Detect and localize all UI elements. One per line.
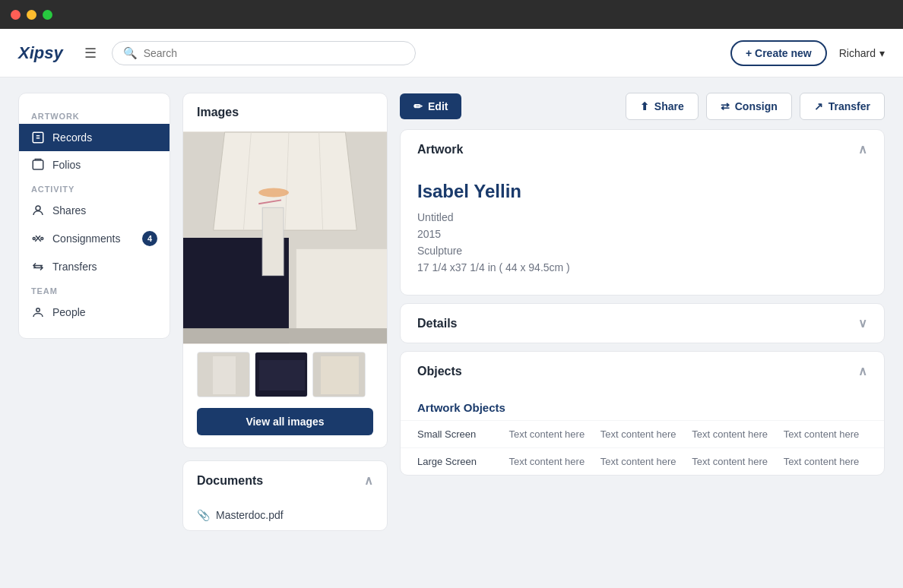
folios-label: Folios — [52, 159, 81, 171]
edit-icon: ✏ — [413, 100, 423, 112]
sidebar-item-shares[interactable]: Shares — [19, 197, 170, 224]
svg-point-5 — [33, 238, 35, 240]
document-filename: Masterdoc.pdf — [216, 509, 284, 521]
svg-rect-22 — [259, 360, 305, 390]
row1-label: Small Screen — [417, 428, 501, 440]
attachment-icon: 📎 — [197, 509, 210, 521]
images-title: Images — [197, 106, 239, 119]
objects-chevron-icon: ∧ — [858, 364, 867, 378]
nav-right: + Create new Richard ▾ — [730, 40, 885, 66]
action-bar: ✏ Edit ⬆ Share ⇄ Consign ↗ Transfer — [400, 93, 885, 120]
table-row: Large Screen Text content here Text cont… — [401, 447, 884, 475]
shares-icon — [31, 204, 45, 217]
user-chevron-icon: ▾ — [879, 47, 885, 59]
objects-table: Small Screen Text content here Text cont… — [401, 420, 884, 475]
minimize-window-button[interactable] — [27, 10, 36, 20]
thumbnail-1[interactable] — [197, 352, 250, 397]
people-icon — [31, 305, 45, 319]
artwork-dimensions: 17 1/4 x37 1/4 in ( 44 x 94.5cm ) — [417, 261, 867, 273]
row1-col2: Text content here — [600, 428, 684, 440]
document-item[interactable]: 📎 Masterdoc.pdf — [183, 500, 387, 530]
view-all-images-button[interactable]: View all images — [197, 408, 373, 435]
sidebar-item-transfers[interactable]: Transfers — [19, 253, 170, 280]
right-panel: ✏ Edit ⬆ Share ⇄ Consign ↗ Transfer — [400, 93, 885, 573]
svg-rect-20 — [213, 356, 236, 394]
artwork-chevron-icon: ∧ — [858, 142, 867, 156]
thumbnail-2[interactable] — [255, 352, 308, 397]
artwork-section-card: Artwork ∧ Isabel Yellin Untitled 2015 Sc… — [400, 129, 885, 296]
create-new-button[interactable]: + Create new — [730, 40, 827, 66]
sidebar-item-people[interactable]: People — [19, 299, 170, 326]
sidebar-section-team: TEAM — [19, 280, 170, 299]
transfer-button[interactable]: ↗ Transfer — [800, 93, 885, 120]
middle-panel: Images — [182, 93, 388, 573]
documents-title: Documents — [197, 474, 263, 488]
maximize-window-button[interactable] — [43, 10, 52, 20]
sidebar-item-records[interactable]: Records — [19, 124, 170, 151]
transfer-icon: ↗ — [814, 100, 823, 112]
navbar: Xipsy ☰ 🔍 + Create new Richard ▾ — [0, 29, 903, 77]
row2-label: Large Screen — [417, 456, 501, 467]
artwork-title-text: Untitled — [417, 211, 867, 223]
transfers-label: Transfers — [52, 261, 97, 273]
artwork-artist: Isabel Yellin — [417, 181, 867, 202]
svg-point-15 — [258, 188, 289, 197]
row1-col4: Text content here — [784, 428, 867, 440]
user-menu[interactable]: Richard ▾ — [839, 47, 885, 59]
svg-point-4 — [36, 206, 40, 210]
svg-rect-24 — [321, 356, 359, 394]
user-label: Richard — [839, 47, 876, 59]
objects-section-card: Objects ∧ Artwork Objects Small Screen T… — [400, 351, 885, 476]
search-icon: 🔍 — [123, 46, 138, 60]
main-image[interactable] — [183, 131, 387, 344]
consignments-badge: 4 — [142, 231, 157, 246]
consign-button[interactable]: ⇄ Consign — [706, 93, 792, 120]
sidebar-section-activity: ACTIVITY — [19, 179, 170, 197]
svg-marker-9 — [214, 132, 357, 230]
records-icon — [31, 131, 45, 144]
title-bar — [0, 0, 903, 29]
thumbnail-3[interactable] — [312, 352, 366, 397]
details-chevron-icon: ∨ — [858, 316, 867, 330]
images-card: Images — [182, 93, 388, 448]
sidebar: ARTWORK Records Folios ACTIVITY — [18, 93, 170, 339]
hamburger-icon[interactable]: ☰ — [84, 45, 97, 62]
close-window-button[interactable] — [11, 10, 21, 20]
images-header: Images — [183, 93, 387, 131]
people-label: People — [52, 306, 86, 318]
details-section-header[interactable]: Details ∨ — [401, 304, 884, 343]
objects-section-header[interactable]: Objects ∧ — [401, 352, 884, 390]
row2-col2: Text content here — [600, 456, 684, 467]
svg-point-6 — [41, 238, 43, 240]
svg-rect-14 — [262, 207, 284, 275]
sidebar-item-folios[interactable]: Folios — [19, 151, 170, 179]
documents-chevron-icon[interactable]: ∧ — [364, 473, 373, 488]
thumbnails-row — [183, 344, 387, 405]
table-row: Small Screen Text content here Text cont… — [401, 420, 884, 447]
edit-button[interactable]: ✏ Edit — [400, 93, 461, 119]
row1-col1: Text content here — [509, 428, 592, 440]
documents-header: Documents ∧ — [183, 461, 387, 500]
logo: Xipsy — [18, 43, 63, 63]
svg-rect-3 — [33, 160, 43, 169]
sidebar-section-artwork: ARTWORK — [19, 106, 170, 124]
details-section-card: Details ∨ — [400, 303, 885, 343]
objects-subtitle: Artwork Objects — [401, 390, 884, 420]
details-section-title: Details — [417, 317, 457, 330]
share-button[interactable]: ⬆ Share — [626, 93, 699, 120]
row2-col4: Text content here — [784, 456, 867, 467]
artwork-year: 2015 — [417, 228, 867, 240]
search-input[interactable] — [144, 47, 404, 59]
sidebar-item-consignments[interactable]: Consignments 4 — [19, 224, 170, 253]
artwork-section-content: Isabel Yellin Untitled 2015 Sculpture 17… — [401, 169, 884, 295]
svg-rect-18 — [183, 328, 387, 343]
search-bar[interactable]: 🔍 — [112, 41, 416, 65]
artwork-medium: Sculpture — [417, 245, 867, 257]
shares-label: Shares — [52, 204, 86, 217]
consignments-label: Consignments — [52, 232, 121, 245]
folios-icon — [31, 158, 45, 172]
svg-point-7 — [36, 308, 40, 312]
row1-col3: Text content here — [692, 428, 775, 440]
artwork-section-header[interactable]: Artwork ∧ — [401, 130, 884, 169]
row2-col1: Text content here — [509, 456, 592, 467]
